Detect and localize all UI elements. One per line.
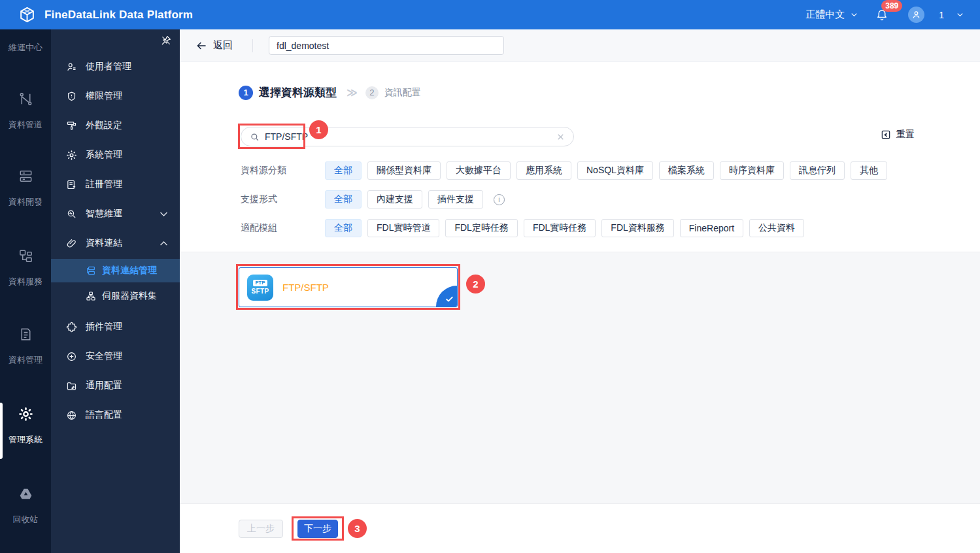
step-1-number: 1	[239, 86, 253, 100]
sidebar-item-language-config[interactable]: 語言配置	[51, 403, 180, 427]
admin-sidebar: 使用者管理 權限管理 外觀設定 系統管理 註冊管理 智慧維運 資料連結	[51, 29, 180, 553]
previous-step-button[interactable]: 上一步	[239, 520, 283, 538]
filter-chip[interactable]: 全部	[325, 190, 362, 209]
notifications-button[interactable]: 389	[875, 8, 888, 22]
language-label: 正體中文	[805, 8, 845, 21]
rail-item-admin-system[interactable]: 管理系統	[0, 407, 51, 446]
sidebar-item-appearance-settings[interactable]: 外觀設定	[51, 114, 180, 137]
paint-roller-icon	[66, 120, 77, 131]
notification-count-badge: 389	[881, 0, 902, 12]
filter-label: 支援形式	[241, 193, 325, 205]
datasource-card-ftp-sftp[interactable]: FTP SFTP FTP/SFTP	[239, 267, 458, 307]
datasource-card-title: FTP/SFTP	[282, 282, 329, 293]
filter-chip[interactable]: NoSQL資料庫	[577, 161, 653, 180]
search-input[interactable]	[265, 131, 551, 142]
filter-chip[interactable]: FDL實時管道	[367, 219, 439, 237]
filter-row-support-type: 支援形式 全部 內建支援 插件支援 i	[241, 190, 505, 209]
filter-chip[interactable]: 內建支援	[367, 190, 422, 209]
top-bar: FineDataLink Data Platform 正體中文 389 1	[0, 0, 980, 29]
rail-item-data-pipeline[interactable]: 資料管道	[0, 92, 51, 131]
step-indicator: 1 選擇資料源類型 ≫ 2 資訊配置	[239, 85, 421, 100]
app-window: FineDataLink Data Platform 正體中文 389 1 維運…	[0, 0, 980, 553]
filter-chip[interactable]: 全部	[325, 161, 362, 180]
gear-icon	[18, 407, 33, 422]
arrow-left-icon	[195, 40, 207, 52]
filter-label: 適配模組	[241, 222, 325, 234]
filter-chip[interactable]: FDL實時任務	[524, 219, 596, 237]
filter-chip[interactable]: 大數據平台	[447, 161, 511, 180]
divider	[252, 39, 253, 52]
recycle-bin-icon	[18, 486, 33, 501]
step-2-number: 2	[365, 86, 379, 99]
ftp-sftp-icon: FTP SFTP	[247, 275, 273, 301]
sidebar-item-label: 安全管理	[86, 350, 122, 362]
reset-button[interactable]: 重置	[881, 129, 915, 141]
active-rail-indicator	[0, 403, 3, 459]
sidebar-item-label: 外觀設定	[86, 120, 122, 131]
back-button[interactable]: 返回	[195, 39, 233, 52]
rail-item-label: 資料服務	[8, 276, 42, 288]
sidebar-item-user-management[interactable]: 使用者管理	[51, 55, 180, 78]
sidebar-item-data-connection-management[interactable]: 資料連結管理	[51, 259, 180, 282]
main-content: 返回 1 選擇資料源類型 ≫ 2 資訊配置 重置 資料源分類	[180, 29, 980, 553]
puzzle-icon	[66, 322, 77, 333]
step-2-label: 資訊配置	[384, 87, 421, 99]
sidebar-item-system-management[interactable]: 系統管理	[51, 143, 180, 167]
rail-item-label: 管理系統	[8, 434, 42, 446]
sidebar-item-permission-management[interactable]: 權限管理	[51, 84, 180, 108]
step-1-label: 選擇資料源類型	[259, 85, 337, 100]
reset-label: 重置	[896, 129, 915, 141]
sidebar-item-label: 權限管理	[86, 90, 122, 102]
sidebar-item-security-management[interactable]: 安全管理	[51, 344, 180, 368]
rail-item-label: 維運中心	[8, 42, 42, 54]
next-step-button[interactable]: 下一步	[297, 520, 338, 538]
globe-icon	[66, 410, 77, 421]
filter-chip[interactable]: FDL定時任務	[445, 219, 517, 237]
clear-search-icon[interactable]	[556, 133, 565, 141]
chevron-up-icon	[158, 238, 169, 249]
rail-item-data-mgmt[interactable]: 資料管理	[0, 327, 51, 366]
sidebar-item-general-config[interactable]: 通用配置	[51, 374, 180, 397]
filter-row-module: 適配模組 全部 FDL實時管道 FDL定時任務 FDL實時任務 FDL資料服務 …	[241, 219, 804, 237]
filter-chip[interactable]: 訊息佇列	[790, 161, 845, 180]
user-menu-chevron-icon[interactable]	[956, 10, 964, 19]
sidebar-item-server-dataset[interactable]: 伺服器資料集	[51, 284, 180, 308]
filter-chip[interactable]: 全部	[325, 219, 362, 237]
sidebar-item-plugin-management[interactable]: 插件管理	[51, 315, 180, 339]
filter-chip[interactable]: 檔案系統	[659, 161, 714, 180]
filter-chip[interactable]: FDL資料服務	[601, 219, 673, 237]
user-count-label: 1	[939, 10, 944, 20]
paperclip-icon	[66, 238, 77, 249]
search-icon	[250, 132, 260, 142]
sidebar-item-label: 資料連結管理	[102, 265, 157, 276]
sidebar-item-registration-management[interactable]: 註冊管理	[51, 173, 180, 196]
filter-chip[interactable]: 時序資料庫	[720, 161, 784, 180]
language-selector[interactable]: 正體中文	[805, 8, 858, 21]
pin-slash-icon	[160, 35, 172, 46]
user-avatar[interactable]	[908, 7, 924, 23]
smart-ops-magnifier-icon	[66, 209, 77, 220]
filter-row-category: 資料源分類 全部 關係型資料庫 大數據平台 應用系統 NoSQL資料庫 檔案系統…	[241, 161, 887, 180]
rail-item-data-dev[interactable]: 資料開發	[0, 169, 51, 208]
sidebar-item-label: 通用配置	[86, 380, 122, 392]
unpin-sidebar-button[interactable]	[160, 35, 172, 46]
sidebar-item-data-connection[interactable]: 資料連結	[51, 231, 180, 255]
filter-chip[interactable]: 其他	[851, 161, 887, 180]
rail-item-recycle-bin[interactable]: 回收站	[0, 486, 51, 526]
filter-chip[interactable]: 應用系統	[516, 161, 571, 180]
info-icon[interactable]: i	[494, 194, 505, 205]
filter-chip[interactable]: 插件支援	[428, 190, 483, 209]
security-shield-plus-icon	[66, 351, 77, 362]
check-icon	[445, 294, 454, 304]
filter-chip[interactable]: FineReport	[680, 219, 743, 237]
filter-chip[interactable]: 關係型資料庫	[367, 161, 441, 180]
connection-name-input[interactable]	[269, 36, 504, 55]
rail-item-data-service[interactable]: 資料服務	[0, 248, 51, 288]
sidebar-item-smart-ops[interactable]: 智慧維運	[51, 202, 180, 226]
sidebar-item-label: 伺服器資料集	[102, 290, 157, 302]
filter-label: 資料源分類	[241, 165, 325, 176]
rail-item-ops-center[interactable]: 維運中心	[0, 42, 51, 54]
system-gear-icon	[66, 150, 77, 161]
filter-chip[interactable]: 公共資料	[749, 219, 804, 237]
datasource-search-box	[241, 127, 574, 146]
